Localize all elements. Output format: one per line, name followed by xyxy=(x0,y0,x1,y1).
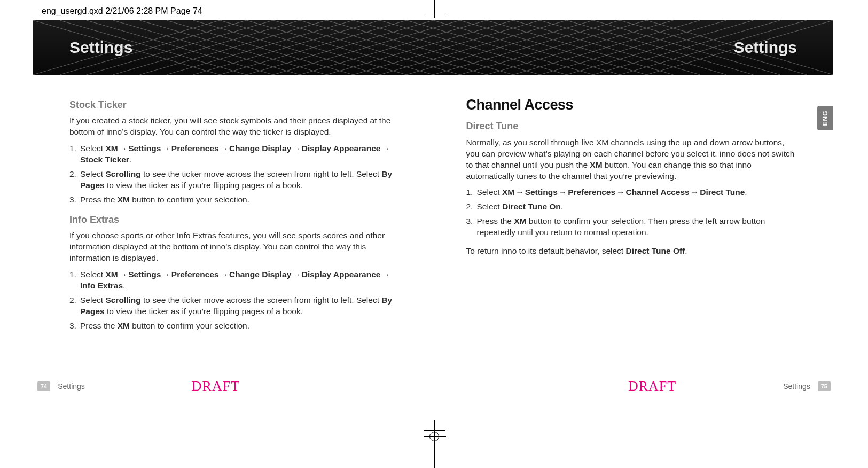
language-tab-label: ENG xyxy=(822,110,829,126)
section-intro: Normally, as you scroll through live XM … xyxy=(466,137,799,182)
right-page: Channel AccessDirect TuneNormally, as yo… xyxy=(434,95,831,339)
draft-watermark-right: DRAFT xyxy=(628,378,676,394)
instruction-step: 1. Select XM → Settings → Preferences → … xyxy=(69,143,402,166)
footer: 74 Settings DRAFT DRAFT Settings 75 xyxy=(37,378,831,394)
language-tab: ENG xyxy=(817,106,833,130)
instruction-step: 2. Select Scrolling to see the ticker mo… xyxy=(69,295,402,317)
banner: Settings Settings xyxy=(33,20,833,75)
instruction-step: 3. Press the XM button to confirm your s… xyxy=(69,194,402,206)
mesh-graphic xyxy=(33,20,833,75)
left-page: Stock TickerIf you created a stock ticke… xyxy=(37,95,434,339)
section-intro: If you created a stock ticker, you will … xyxy=(69,115,402,138)
crop-mark-top xyxy=(424,0,445,18)
steps-list: 1. Select XM → Settings → Preferences → … xyxy=(466,187,799,238)
instruction-step: 3. Press the XM button to confirm your s… xyxy=(466,216,799,238)
instruction-step: 2. Select Scrolling to see the ticker mo… xyxy=(69,169,402,191)
banner-title-right: Settings xyxy=(734,38,797,57)
footer-label-right: Settings xyxy=(783,382,810,391)
page-number-right: 75 xyxy=(818,381,831,391)
instruction-step: 3. Press the XM button to confirm your s… xyxy=(69,321,402,332)
footer-right: Settings 75 xyxy=(783,381,831,391)
instruction-step: 1. Select XM → Settings → Preferences → … xyxy=(466,187,799,198)
section-heading: Info Extras xyxy=(69,213,402,226)
instruction-step: 1. Select XM → Settings → Preferences → … xyxy=(69,269,402,292)
section-heading: Stock Ticker xyxy=(69,98,402,111)
instruction-step: 2. Select Direct Tune On. xyxy=(466,201,799,213)
crop-mark-bottom xyxy=(424,420,445,468)
draft-watermark-left: DRAFT xyxy=(192,378,240,394)
section-heading: Direct Tune xyxy=(466,120,799,132)
steps-list: 1. Select XM → Settings → Preferences → … xyxy=(69,269,402,332)
page-spread: Stock TickerIf you created a stock ticke… xyxy=(0,75,868,339)
steps-list: 1. Select XM → Settings → Preferences → … xyxy=(69,143,402,206)
section-intro: If you choose sports or other Info Extra… xyxy=(69,230,402,264)
section-outro: To return inno to its default behavior, … xyxy=(466,246,799,257)
footer-label-left: Settings xyxy=(58,382,85,391)
banner-title-left: Settings xyxy=(69,38,132,57)
footer-left: 74 Settings xyxy=(37,381,85,391)
page-heading: Channel Access xyxy=(466,95,799,114)
registration-mark xyxy=(429,432,439,441)
page-number-left: 74 xyxy=(37,381,50,391)
